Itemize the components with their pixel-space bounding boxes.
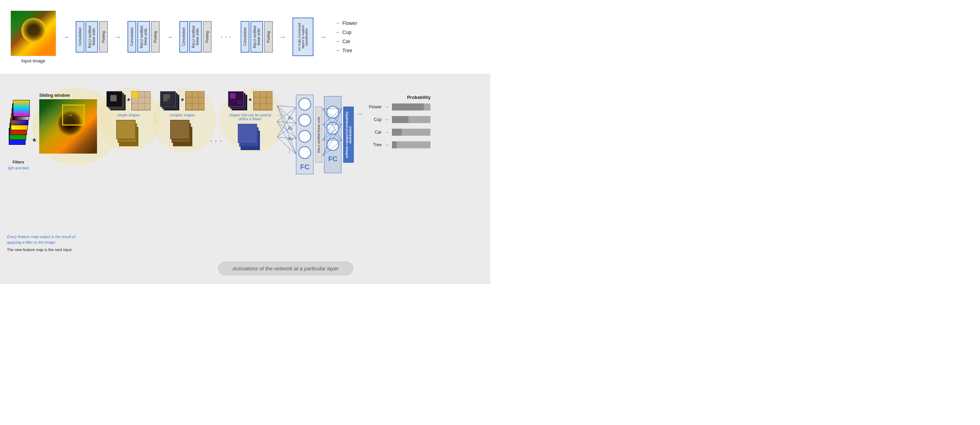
layer-pool2: Pooling [151, 21, 160, 53]
stage2-output-stack [170, 120, 195, 146]
filters-column: Filters light and dark [7, 100, 30, 170]
conv-block-3: Convolution ReLU rectified linear units … [179, 21, 212, 53]
svg-line-0 [277, 105, 296, 107]
conv-block-1: Convolution ReLU rectified linear units … [76, 21, 108, 53]
neural-network: X₁ X₂ X₃ ⋮ [286, 95, 354, 174]
nn-node-1d [298, 146, 311, 159]
prob-fill-car [392, 129, 402, 136]
output-arrow-cup: → [335, 29, 340, 35]
layer-pool3: Pooling [203, 21, 212, 53]
svg-line-9 [277, 123, 296, 137]
prob-row-car: Car → [366, 129, 430, 136]
fc-label-1: FC [300, 163, 310, 171]
output-arrow-car: → [335, 38, 340, 45]
layer-conv4: Convolution [240, 21, 250, 53]
output-label-flower: Flower [342, 20, 357, 26]
flower-grid [253, 91, 272, 110]
input-image-container: Input Image [11, 11, 56, 64]
asterisk-2: * [127, 96, 130, 105]
complex-fm-stack [160, 91, 179, 110]
svg-line-21 [323, 109, 342, 156]
prob-fill-flower [392, 104, 423, 110]
stage1-area: * → simple shapes [107, 91, 151, 146]
left-text-block: Every feature map output is the result o… [7, 234, 81, 253]
stage3-label: shapes that can be used to define a flow… [228, 113, 273, 121]
flower-fm-stack [228, 91, 247, 110]
layer-fc: FC Fully Connected layers to support cla… [293, 18, 313, 56]
svg-line-8 [277, 107, 296, 137]
asterisk-3: * [181, 96, 184, 105]
input-label: Input Image [21, 58, 46, 64]
layer-pool1: Pooling [99, 21, 108, 53]
feature-map-text-blue: Every feature map output is the result o… [7, 234, 81, 246]
arrow-3: → [279, 33, 286, 41]
sliding-window-area: Sliding window → [39, 93, 97, 153]
fc-box-2: FC [324, 96, 342, 173]
layer-relu1: ReLU rectified linear units [86, 21, 98, 53]
svg-line-4 [277, 107, 296, 121]
prob-label-flower: Flower [366, 104, 382, 109]
layer-pool4: Pooling [264, 21, 273, 53]
layer-relu3: ReLU rectified linear units [189, 21, 202, 53]
dots-1: · · · [218, 32, 234, 42]
arrow-1: → [114, 33, 121, 41]
layer-relu2: ReLU rectified linear units [137, 21, 150, 53]
conv-block-2: Convolution ReLU rectified linear units … [127, 21, 160, 53]
output-tree: → Tree [335, 47, 357, 54]
activations-label: Activations of the network at a particul… [218, 262, 353, 275]
prob-label-car: Car [366, 130, 382, 135]
relu-bar: ReLU rectified linear units [315, 107, 322, 163]
output-cup: → Cup [335, 29, 357, 35]
svg-line-11 [277, 137, 296, 155]
output-arrow-flower: → [335, 20, 340, 26]
output-car: → Car [335, 38, 357, 45]
layer-conv1: Convolution [76, 21, 84, 53]
filter-stack [9, 100, 28, 156]
stage2-area: * complex shapes [160, 91, 205, 146]
sliding-window-label: Sliding window [39, 93, 97, 98]
conv-block-4: Convolution ReLU rectified linear units … [240, 21, 273, 53]
arrow-to-output: → [356, 110, 363, 118]
prob-bar-flower [392, 104, 430, 110]
prob-row-cup: Cup → [366, 116, 430, 123]
output-label-cup: Cup [342, 29, 352, 35]
layer-relu4: ReLU rectified linear units [250, 21, 263, 53]
prob-arrow-cup: → [384, 117, 389, 122]
output-labels: → Flower → Cup → Car → Tree [335, 20, 357, 54]
layer-conv3: Convolution [179, 21, 188, 53]
fc-block-top: FC Fully Connected layers to support cla… [293, 18, 313, 56]
prob-row-flower: Flower → [366, 104, 430, 110]
output-flower: → Flower [335, 20, 357, 26]
fc-box-1: FC [296, 95, 313, 174]
prob-fill-tree [392, 141, 396, 148]
bottom-section: Filters light and dark * Sliding window [0, 73, 490, 284]
input-image [11, 11, 56, 56]
nn-node-1c [298, 130, 311, 143]
feature-map-text-black: The new feature map is the next input [7, 247, 81, 253]
arrow-to-layers: → [62, 33, 69, 41]
svg-line-10 [277, 137, 296, 139]
softmax-bar: softmax categorical probability distribu… [343, 107, 354, 163]
prob-row-tree: Tree → [366, 141, 430, 148]
output-label-car: Car [342, 38, 351, 44]
prob-arrow-car: → [384, 129, 389, 135]
svg-line-23 [323, 140, 342, 156]
input-connection-lines [277, 95, 298, 172]
prob-bar-cup [392, 116, 430, 123]
simple-fm-stack [107, 91, 126, 110]
sunflower-large: → [39, 99, 97, 153]
nn-node-1a [298, 98, 311, 110]
asterisk-4: * [249, 96, 252, 105]
stage3-output-stack [238, 124, 262, 150]
arrow-4: → [320, 33, 327, 41]
output-label-tree: Tree [342, 48, 352, 53]
prob-fill-cup [392, 116, 408, 123]
prob-arrow-tree: → [384, 142, 389, 148]
prob-label-tree: Tree [366, 142, 382, 147]
nn-node-1b [298, 114, 311, 126]
layer-conv2: Convolution [127, 21, 136, 53]
complex-grid [185, 91, 205, 110]
filters-label: Filters [13, 160, 24, 164]
filter-card-top [13, 100, 30, 117]
stage1-output-stack [116, 120, 141, 146]
